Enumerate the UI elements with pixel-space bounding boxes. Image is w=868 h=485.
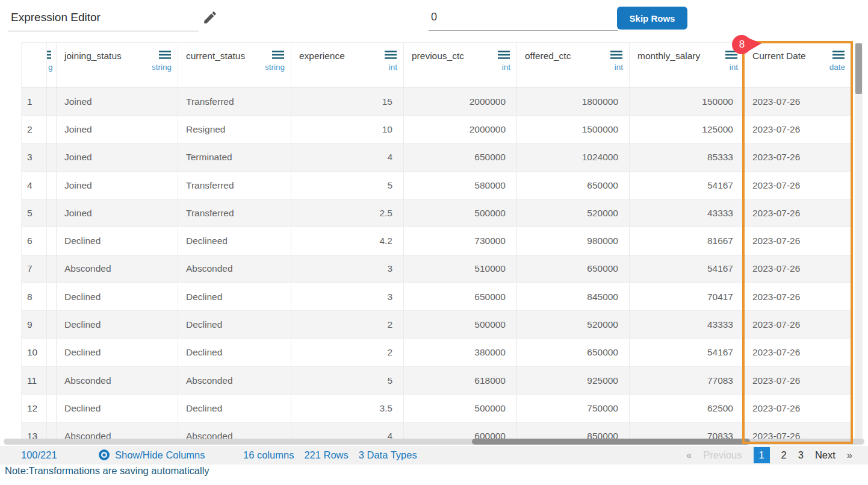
expression-editor-title-input[interactable]: [8, 7, 199, 31]
table-cell: 3.5: [291, 395, 404, 422]
column-header-monthly-salary[interactable]: monthly_salaryint: [630, 43, 745, 87]
column-header-previous-ctc[interactable]: previous_ctcint: [404, 43, 517, 87]
pagination-last-arrow[interactable]: »: [847, 449, 852, 461]
column-menu-icon[interactable]: [47, 50, 52, 60]
show-hide-columns-button[interactable]: Show/Hide Columns: [115, 449, 205, 461]
table-cell: Declined: [178, 311, 291, 338]
table-cell: 4: [291, 144, 404, 171]
table-cell: [47, 199, 57, 227]
pagination: « Previous 1 2 3 Next »: [686, 447, 852, 463]
column-menu-icon[interactable]: [497, 50, 510, 60]
table-stats: 16 columns 221 Rows 3 Data Types: [243, 449, 417, 461]
table-cell: 2023-07-26: [745, 199, 851, 227]
table-cell: Declined: [57, 339, 178, 366]
table-cell: 2023-07-26: [745, 172, 851, 199]
row-number-header: [22, 43, 47, 87]
table-cell: 650000: [517, 172, 630, 199]
row-number-cell: 13: [22, 423, 47, 439]
column-menu-icon[interactable]: [158, 50, 172, 60]
column-type-label: g: [48, 63, 53, 72]
row-number-cell: 2: [22, 116, 47, 143]
table-cell: Declined: [57, 283, 178, 310]
annotation-badge-number: 8: [737, 39, 747, 51]
skip-rows-input[interactable]: [429, 7, 618, 31]
pagination-page-2[interactable]: 2: [781, 449, 787, 461]
table-cell: 650000: [517, 339, 630, 366]
column-header-joining-status[interactable]: joining_statusstring: [57, 43, 178, 87]
table-row: 7AbscondedAbsconded351000065000054167202…: [22, 255, 851, 283]
table-cell: 845000: [517, 283, 630, 310]
table-cell: Declined: [178, 395, 291, 422]
table-cell: 2023-07-26: [745, 283, 851, 310]
table-cell: 2: [291, 311, 404, 338]
pagination-next[interactable]: Next: [815, 449, 835, 461]
column-menu-icon[interactable]: [610, 50, 623, 60]
table-cell: 2023-07-26: [745, 88, 851, 115]
table-cell: Absconded: [57, 423, 178, 439]
table-cell: 54167: [630, 172, 745, 199]
show-hide-eye-icon[interactable]: [98, 448, 111, 462]
column-header-experience[interactable]: experienceint: [291, 43, 404, 87]
column-menu-icon[interactable]: [384, 50, 397, 60]
column-header-offered-ctc[interactable]: offered_ctcint: [517, 43, 630, 87]
table-cell: 600000: [404, 423, 517, 439]
pagination-previous[interactable]: Previous: [703, 449, 742, 461]
table-cell: [47, 283, 57, 310]
table-cell: 70833: [630, 423, 745, 439]
vertical-scrollbar[interactable]: [855, 43, 863, 439]
table-cell: 77083: [630, 367, 745, 394]
table-cell: 2023-07-26: [745, 144, 851, 171]
column-type-label: int: [730, 63, 738, 72]
table-cell: 650000: [517, 255, 630, 283]
table-cell: 43333: [630, 199, 745, 227]
table-row: 5JoinedTransferred2.55000005200004333320…: [22, 199, 851, 227]
pagination-page-1[interactable]: 1: [754, 447, 770, 463]
table-cell: 2023-07-26: [745, 116, 851, 143]
column-type-label: string: [265, 63, 285, 72]
table-header-row: gjoining_statusstringcurrent_statusstrin…: [22, 43, 851, 88]
table-cell: Joined: [57, 88, 178, 115]
table-cell: [47, 88, 57, 115]
row-number-cell: 4: [22, 172, 47, 199]
table-cell: Terminated: [178, 144, 291, 171]
table-cell: 5: [291, 172, 404, 199]
pagination-first-arrow[interactable]: «: [686, 449, 692, 461]
horizontal-scrollbar[interactable]: [4, 439, 864, 445]
column-name: experience: [299, 51, 345, 61]
column-header-current-status[interactable]: current_statusstring: [178, 43, 291, 87]
table-cell: 380000: [404, 339, 517, 366]
table-cell: 2000000: [404, 116, 517, 143]
column-header-truncated[interactable]: g: [47, 43, 57, 87]
table-cell: Resigned: [178, 116, 291, 143]
row-number-cell: 10: [22, 339, 47, 366]
table-cell: [47, 367, 57, 394]
table-cell: 2023-07-26: [745, 311, 851, 338]
table-cell: Transferred: [178, 88, 291, 115]
table-row: 11AbscondedAbsconded56180009250007708320…: [22, 367, 851, 395]
table-cell: 1500000: [517, 116, 630, 143]
table-cell: 980000: [517, 227, 630, 254]
vertical-scrollbar-thumb[interactable]: [855, 43, 862, 94]
horizontal-scrollbar-thumb[interactable]: [472, 439, 750, 445]
table-cell: 54167: [630, 339, 745, 366]
table-cell: Absconded: [57, 367, 178, 394]
table-cell: 81667: [630, 227, 745, 254]
column-name: offered_ctc: [525, 51, 571, 61]
column-menu-icon[interactable]: [832, 50, 845, 60]
table-cell: Joined: [57, 116, 178, 143]
table-cell: Joined: [57, 172, 178, 199]
table-cell: 2023-07-26: [745, 367, 851, 394]
edit-pencil-icon[interactable]: [202, 10, 218, 25]
table-cell: Declined: [178, 283, 291, 310]
column-name: monthly_salary: [637, 51, 700, 61]
autosave-note: Note:Transformations are saving automati…: [5, 465, 209, 477]
table-cell: Declined: [57, 227, 178, 254]
table-row: 6DeclinedDeclineed4.27300009800008166720…: [22, 227, 851, 255]
skip-rows-button[interactable]: Skip Rows: [617, 7, 687, 30]
table-cell: Transferred: [178, 199, 291, 227]
pagination-page-3[interactable]: 3: [798, 449, 804, 461]
rows-count: 221 Rows: [304, 449, 348, 461]
row-number-cell: 9: [22, 311, 47, 338]
table-cell: 2023-07-26: [745, 255, 851, 283]
column-menu-icon[interactable]: [271, 50, 285, 60]
